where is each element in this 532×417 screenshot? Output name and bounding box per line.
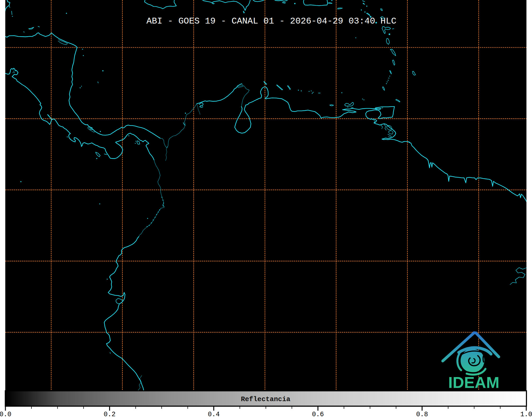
svg-text:1.0: 1.0 [520, 411, 532, 417]
svg-text:Reflectancia: Reflectancia [241, 395, 290, 403]
svg-text:IDEAM: IDEAM [448, 374, 499, 391]
svg-text:ABI - GOES 19 - CANAL 01 - 202: ABI - GOES 19 - CANAL 01 - 2026-04-29 03… [147, 16, 397, 26]
svg-text:0.6: 0.6 [312, 411, 324, 417]
svg-text:0.8: 0.8 [416, 411, 428, 417]
svg-text:0.0: 0.0 [0, 411, 11, 417]
svg-text:0.2: 0.2 [104, 411, 116, 417]
svg-text:0.4: 0.4 [208, 411, 220, 417]
